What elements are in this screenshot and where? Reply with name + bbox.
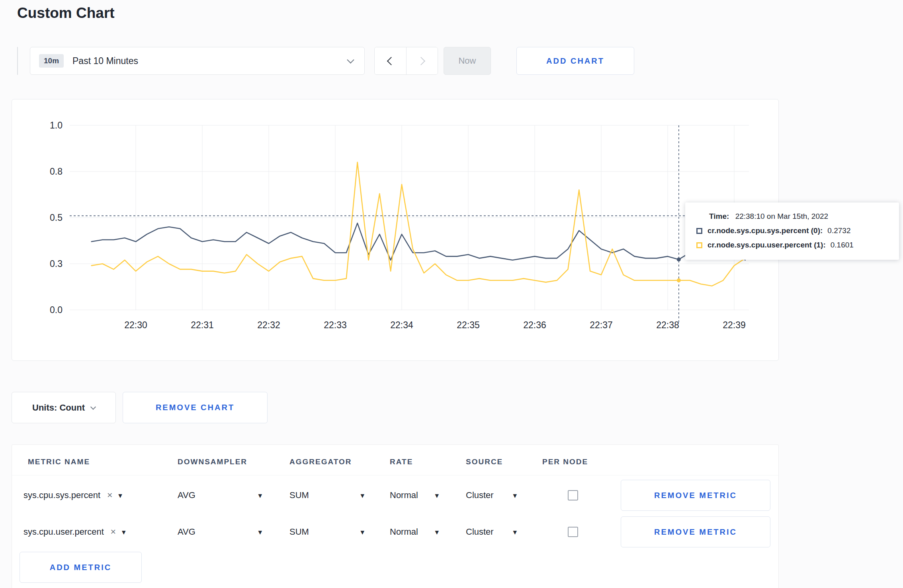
- svg-text:22:30: 22:30: [124, 320, 147, 330]
- tooltip-series-row: cr.node.sys.cpu.user.percent (1): 0.1601: [696, 241, 888, 249]
- header-per-node: PER NODE: [542, 458, 588, 466]
- remove-metric-button[interactable]: REMOVE METRIC: [621, 480, 770, 511]
- source-select[interactable]: Cluster ▾: [466, 516, 517, 547]
- svg-text:0.8: 0.8: [50, 166, 63, 177]
- rate-select[interactable]: Normal ▾: [390, 480, 439, 511]
- downsampler-value: AVG: [178, 527, 195, 537]
- metric-name-select[interactable]: sys.cpu.sys.percent ✕ ▾: [23, 480, 122, 511]
- caret-down-icon: ▾: [118, 492, 122, 499]
- time-range-select[interactable]: 10m Past 10 Minutes: [30, 47, 365, 75]
- svg-text:22:33: 22:33: [324, 320, 347, 330]
- caret-down-icon: ▾: [360, 492, 364, 499]
- metric-name-value: sys.cpu.sys.percent: [23, 490, 100, 500]
- svg-text:0.3: 0.3: [50, 259, 63, 269]
- svg-text:22:38: 22:38: [656, 320, 679, 330]
- chevron-right-icon: [417, 56, 425, 65]
- rate-select[interactable]: Normal ▾: [390, 516, 439, 547]
- source-value: Cluster: [466, 490, 494, 500]
- time-range-badge: 10m: [39, 54, 64, 68]
- caret-down-icon: ▾: [122, 528, 126, 536]
- tooltip-time-label: Time:: [709, 212, 729, 220]
- source-value: Cluster: [466, 527, 494, 537]
- clear-icon[interactable]: ✕: [107, 491, 113, 500]
- metric-name-value: sys.cpu.user.percent: [23, 527, 104, 537]
- chevron-left-icon: [387, 56, 395, 65]
- caret-down-icon: ▾: [513, 492, 517, 499]
- toolbar-divider: [17, 47, 18, 75]
- chart-panel: 0.00.30.50.81.022:3022:3122:3222:3322:34…: [12, 99, 779, 361]
- downsampler-value: AVG: [178, 490, 195, 500]
- header-aggregator: AGGREGATOR: [289, 458, 352, 466]
- tooltip-time-row: Time: 22:38:10 on Mar 15th, 2022: [709, 212, 888, 221]
- svg-text:0.5: 0.5: [50, 212, 63, 223]
- user-series-swatch-icon: [696, 242, 702, 248]
- header-divider: [12, 475, 778, 475]
- rate-value: Normal: [390, 490, 418, 500]
- next-time-button[interactable]: [407, 47, 438, 74]
- tooltip-series-name: cr.node.sys.cpu.user.percent (1):: [708, 241, 826, 249]
- svg-text:1.0: 1.0: [50, 120, 63, 130]
- header-downsampler: DOWNSAMPLER: [178, 458, 247, 466]
- caret-down-icon: ▾: [258, 492, 262, 499]
- chevron-down-icon: [347, 56, 354, 63]
- caret-down-icon: ▾: [435, 492, 439, 499]
- tooltip-series-value: 0.2732: [827, 226, 850, 235]
- time-nav-group: [374, 47, 438, 75]
- caret-down-icon: ▾: [513, 528, 517, 536]
- header-metric-name: METRIC NAME: [28, 458, 90, 466]
- metric-row: sys.cpu.user.percent ✕ ▾ AVG ▾ SUM ▾ Nor…: [12, 516, 778, 547]
- aggregator-value: SUM: [289, 490, 309, 500]
- caret-down-icon: ▾: [360, 528, 364, 536]
- caret-down-icon: ▾: [258, 528, 262, 536]
- clear-icon[interactable]: ✕: [110, 528, 116, 536]
- header-source: SOURCE: [466, 458, 503, 466]
- metrics-table: METRIC NAME DOWNSAMPLER AGGREGATOR RATE …: [12, 444, 779, 588]
- remove-metric-button[interactable]: REMOVE METRIC: [621, 516, 770, 547]
- metric-row: sys.cpu.sys.percent ✕ ▾ AVG ▾ SUM ▾ Norm…: [12, 480, 778, 511]
- remove-chart-button[interactable]: REMOVE CHART: [123, 392, 268, 423]
- svg-text:22:37: 22:37: [590, 320, 613, 330]
- units-select[interactable]: Units: Count: [12, 392, 116, 423]
- add-chart-button[interactable]: ADD CHART: [516, 47, 634, 75]
- per-node-checkbox[interactable]: [568, 490, 578, 500]
- tooltip-series-row: cr.node.sys.cpu.sys.percent (0): 0.2732: [696, 226, 888, 235]
- chevron-down-icon: [90, 404, 96, 409]
- add-metric-button[interactable]: ADD METRIC: [20, 552, 142, 583]
- aggregator-select[interactable]: SUM ▾: [289, 480, 364, 511]
- units-label: Units: Count: [32, 403, 85, 413]
- per-node-checkbox[interactable]: [568, 527, 578, 537]
- svg-text:22:32: 22:32: [257, 320, 280, 330]
- caret-down-icon: ▾: [435, 528, 439, 536]
- rate-value: Normal: [390, 527, 418, 537]
- svg-text:22:34: 22:34: [390, 320, 413, 330]
- tooltip-series-name: cr.node.sys.cpu.sys.percent (0):: [708, 226, 823, 235]
- svg-text:22:36: 22:36: [523, 320, 546, 330]
- chart-tooltip: Time: 22:38:10 on Mar 15th, 2022 cr.node…: [685, 202, 899, 260]
- sys-series-swatch-icon: [696, 228, 702, 234]
- now-button[interactable]: Now: [444, 47, 491, 75]
- aggregator-select[interactable]: SUM ▾: [289, 516, 364, 547]
- tooltip-time-value: 22:38:10 on Mar 15th, 2022: [735, 212, 828, 220]
- prev-time-button[interactable]: [375, 47, 407, 74]
- svg-text:22:39: 22:39: [723, 320, 746, 330]
- svg-text:22:35: 22:35: [457, 320, 480, 330]
- downsampler-select[interactable]: AVG ▾: [178, 480, 262, 511]
- svg-text:0.0: 0.0: [50, 305, 63, 315]
- tooltip-series-value: 0.1601: [831, 241, 854, 249]
- per-node-cell: [568, 480, 578, 511]
- svg-text:22:31: 22:31: [191, 320, 214, 330]
- header-rate: RATE: [390, 458, 413, 466]
- aggregator-value: SUM: [289, 527, 309, 537]
- downsampler-select[interactable]: AVG ▾: [178, 516, 262, 547]
- page-title: Custom Chart: [17, 5, 115, 21]
- source-select[interactable]: Cluster ▾: [466, 480, 517, 511]
- per-node-cell: [568, 516, 578, 547]
- metric-name-select[interactable]: sys.cpu.user.percent ✕ ▾: [23, 516, 125, 547]
- timeseries-chart[interactable]: 0.00.30.50.81.022:3022:3122:3222:3322:34…: [12, 99, 778, 360]
- time-range-label: Past 10 Minutes: [72, 56, 348, 66]
